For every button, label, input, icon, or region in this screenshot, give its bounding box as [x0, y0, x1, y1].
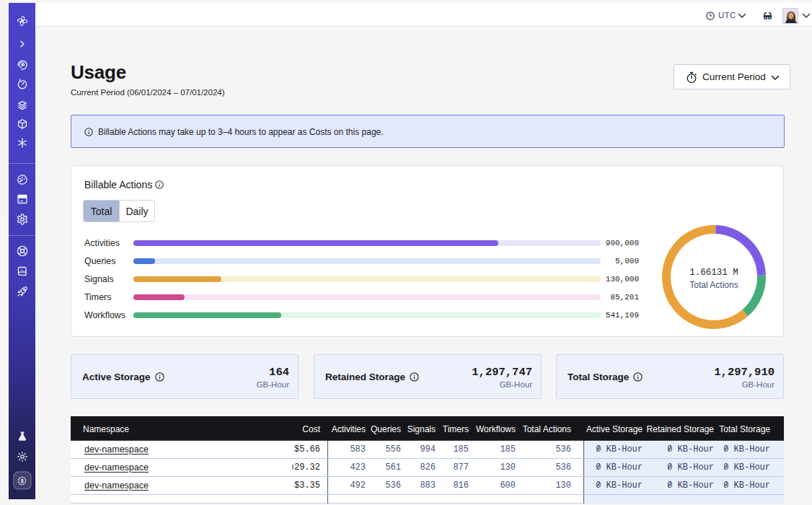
svg-text:$: $ — [20, 478, 24, 484]
